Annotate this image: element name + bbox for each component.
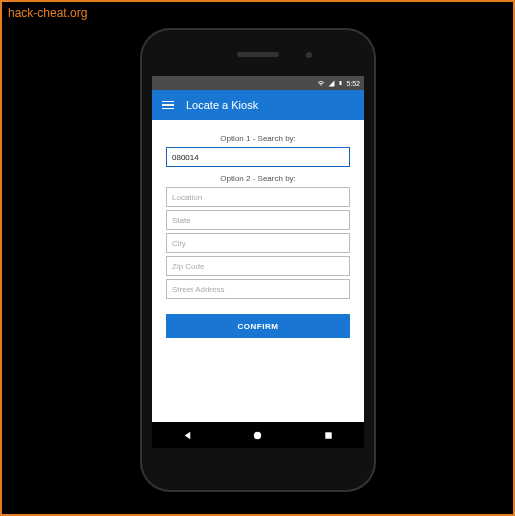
confirm-button[interactable]: CONFIRM (166, 314, 350, 338)
city-field[interactable] (166, 233, 350, 253)
location-field[interactable] (166, 187, 350, 207)
watermark-text: hack-cheat.org (8, 6, 87, 20)
phone-speaker (237, 52, 279, 57)
back-icon[interactable] (182, 430, 193, 441)
page-title: Locate a Kiosk (186, 99, 258, 111)
zip-field[interactable] (166, 256, 350, 276)
home-icon[interactable] (252, 430, 263, 441)
option1-label: Option 1 - Search by: (166, 134, 350, 143)
option2-label: Option 2 - Search by: (166, 174, 350, 183)
android-nav-bar (152, 422, 364, 448)
phone-screen: 5:52 Locate a Kiosk Option 1 - Search by… (152, 76, 364, 448)
battery-icon (338, 79, 343, 87)
phone-frame: 5:52 Locate a Kiosk Option 1 - Search by… (142, 30, 374, 490)
search-input-option1[interactable] (166, 147, 350, 167)
phone-camera (306, 52, 312, 58)
signal-icon (328, 80, 335, 87)
status-time: 5:52 (346, 80, 360, 87)
recent-icon[interactable] (323, 430, 334, 441)
state-field[interactable] (166, 210, 350, 230)
wifi-icon (317, 80, 325, 87)
app-bar: Locate a Kiosk (152, 90, 364, 120)
menu-icon[interactable] (162, 101, 174, 110)
street-field[interactable] (166, 279, 350, 299)
svg-point-0 (254, 431, 261, 438)
status-bar: 5:52 (152, 76, 364, 90)
content-area: Option 1 - Search by: Option 2 - Search … (152, 120, 364, 422)
svg-rect-1 (325, 432, 331, 438)
